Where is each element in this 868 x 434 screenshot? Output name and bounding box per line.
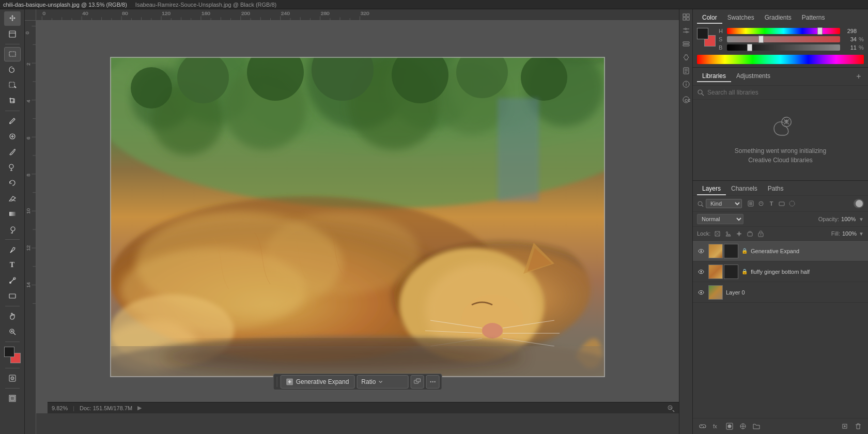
quick-mask-tool[interactable]: [4, 371, 21, 385]
layers-lock-row: Lock:: [693, 227, 868, 241]
layer-visibility-2[interactable]: [697, 268, 705, 276]
delete-layer-icon[interactable]: [853, 421, 864, 432]
lock-transparent-icon[interactable]: [712, 229, 722, 238]
bri-slider-row: B 11 %: [719, 44, 864, 51]
text-tool[interactable]: T: [4, 258, 21, 272]
path-select-tool[interactable]: [4, 273, 21, 288]
lock-all-icon[interactable]: [756, 229, 765, 238]
opacity-chevron[interactable]: ▼: [859, 216, 864, 222]
layer-visibility-1[interactable]: [697, 247, 705, 255]
layer-kind-select[interactable]: Kind: [706, 199, 742, 208]
bri-thumb[interactable]: [747, 44, 752, 51]
lock-artboard-icon[interactable]: [745, 229, 754, 238]
lock-position-icon[interactable]: [734, 229, 743, 238]
layer-visibility-3[interactable]: [697, 288, 705, 297]
filter-shape-icon[interactable]: [777, 199, 786, 208]
tab-libraries[interactable]: Libraries: [697, 71, 731, 82]
filter-type-icon[interactable]: T: [767, 199, 776, 208]
blend-mode-select[interactable]: Normal: [697, 214, 743, 224]
hand-tool[interactable]: [4, 309, 21, 323]
eyedropper-tool[interactable]: [4, 114, 21, 128]
zoom-tool[interactable]: [4, 324, 21, 339]
swap-icon-button[interactable]: [410, 375, 424, 389]
opacity-value[interactable]: 100%: [841, 216, 857, 222]
color-spectrum-strip[interactable]: [697, 55, 864, 64]
add-link-icon[interactable]: [697, 421, 708, 432]
properties-icon[interactable]: [680, 52, 692, 63]
layer-item-layer0[interactable]: Layer 0: [693, 282, 868, 303]
hue-thumb[interactable]: [817, 27, 823, 35]
stamp-tool[interactable]: [4, 160, 21, 175]
left-toolbar: T: [0, 9, 25, 434]
tab-gradients[interactable]: Gradients: [760, 12, 797, 24]
shape-tool[interactable]: [4, 289, 21, 303]
tab-color[interactable]: Color: [697, 12, 722, 24]
move-tool[interactable]: [4, 11, 21, 26]
filter-pixel-icon[interactable]: [746, 199, 755, 208]
color-panel: Color Swatches Gradients Patterns H: [693, 9, 868, 68]
healing-tool[interactable]: [4, 129, 21, 144]
filter-icon: [697, 200, 704, 207]
more-options-button[interactable]: [426, 375, 439, 389]
fill-row: Fill: 100% ▼: [831, 230, 864, 237]
fill-chevron[interactable]: ▼: [859, 231, 864, 237]
add-layer-icon[interactable]: [839, 421, 850, 432]
generative-expand-button[interactable]: Generative Expand: [281, 375, 355, 389]
filter-adjustment-icon[interactable]: [756, 199, 766, 208]
tab-channels[interactable]: Channels: [726, 183, 763, 195]
tab-1[interactable]: chili-das-basique-unsplash.jpg @ 13.5% (…: [3, 2, 127, 8]
ratio-dropdown[interactable]: Ratio: [357, 375, 408, 389]
libraries-panel-icon[interactable]: [680, 65, 692, 76]
ellipsis-icon: [429, 378, 436, 385]
filter-effect-icon[interactable]: [787, 199, 797, 208]
link-icon: [699, 423, 706, 430]
sat-slider[interactable]: [727, 36, 840, 42]
main-area: T: [0, 9, 868, 434]
toolbar-separator-6: [5, 368, 20, 368]
tab-patterns[interactable]: Patterns: [797, 12, 830, 24]
create-group-icon[interactable]: [751, 421, 762, 432]
fx-icon[interactable]: fx: [710, 421, 722, 432]
tab-swatches[interactable]: Swatches: [722, 12, 760, 24]
tab-2[interactable]: Isabeau-Ramirez-Souce-Unsplash.jpg @ Bla…: [135, 2, 276, 8]
tab-adjustments[interactable]: Adjustments: [731, 71, 776, 82]
add-adjustment-icon[interactable]: [737, 421, 749, 432]
layer-item-generative-expand[interactable]: 🔒 Generative Expand: [693, 241, 868, 261]
cc-icon[interactable]: CC: [680, 94, 692, 105]
hue-slider[interactable]: [727, 28, 840, 34]
lock-image-icon[interactable]: [723, 229, 733, 238]
fill-value[interactable]: 100%: [842, 230, 857, 237]
adjust-icon[interactable]: [680, 25, 692, 36]
tab-paths[interactable]: Paths: [763, 183, 789, 195]
canvas-viewport[interactable]: Generative Expand Ratio: [36, 21, 679, 413]
library-add-button[interactable]: +: [854, 71, 864, 82]
pen-tool[interactable]: [4, 242, 21, 257]
layer-item-fluffy-ginger[interactable]: 🔒 fluffy ginger bottom half: [693, 261, 868, 282]
toolbar-separator-1: [5, 44, 20, 44]
gradient-tool[interactable]: [4, 207, 21, 221]
tab-layers[interactable]: Layers: [697, 183, 726, 195]
workspace-icon[interactable]: [680, 11, 692, 23]
artboard-tool[interactable]: [4, 27, 21, 41]
sat-thumb[interactable]: [758, 36, 764, 43]
history-brush-tool[interactable]: [4, 176, 21, 190]
foreground-color-swatch[interactable]: [697, 28, 708, 39]
eraser-tool[interactable]: [4, 191, 21, 206]
bri-slider[interactable]: [727, 44, 840, 51]
doc-size-arrow[interactable]: ▶: [137, 405, 142, 411]
library-search-input[interactable]: [707, 89, 864, 96]
screen-mode-tool[interactable]: [4, 391, 21, 406]
lasso-tool[interactable]: [4, 63, 21, 77]
marquee-tool[interactable]: [4, 47, 21, 61]
object-select-tool[interactable]: [4, 78, 21, 92]
info-icon[interactable]: [680, 79, 692, 90]
brush-tool[interactable]: [4, 145, 21, 159]
layers-icon[interactable]: [680, 38, 692, 50]
dodge-tool[interactable]: [4, 222, 21, 237]
toolbar-separator-2: [5, 111, 20, 111]
color-swatches[interactable]: [4, 347, 21, 363]
svg-rect-158: [683, 44, 689, 46]
filter-toggle[interactable]: [854, 199, 864, 208]
add-mask-icon[interactable]: [724, 421, 735, 432]
crop-tool[interactable]: [4, 94, 21, 108]
